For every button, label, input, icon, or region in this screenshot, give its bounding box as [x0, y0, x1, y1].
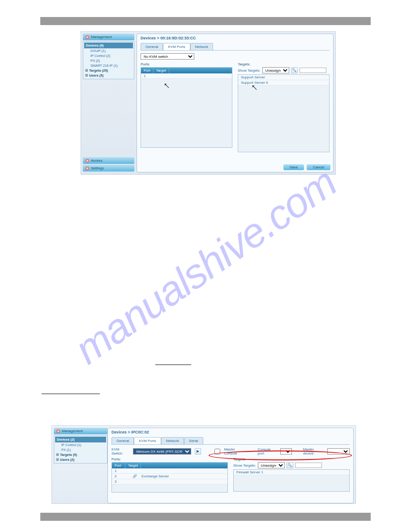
go-icon[interactable]: ▶ — [195, 448, 201, 455]
kvm-switch-label: KVM Switch: — [111, 447, 129, 455]
breadcrumb: Devices > IPC0C:02 — [111, 430, 350, 434]
tab-kvm-ports[interactable]: KVM Ports — [134, 437, 161, 444]
col-target: Target — [154, 68, 169, 73]
port-num: 1 — [144, 74, 146, 78]
tree-item[interactable]: DXUIP (1) — [84, 48, 133, 53]
tab-general[interactable]: General — [111, 437, 134, 444]
dot-icon — [86, 35, 89, 39]
target-row[interactable]: Firewall Server 1 — [234, 470, 349, 475]
tree-item[interactable]: PX (2) — [84, 58, 133, 63]
sidebar: Management Devices (2) IP Control (1) PX… — [54, 428, 107, 502]
ports-label: Ports: — [111, 457, 228, 461]
header-bar — [40, 17, 371, 25]
port-num: 2 — [115, 474, 128, 478]
footer-bar — [40, 513, 371, 521]
device-tree[interactable]: Devices (2) IP Control (1) PX (1) Target… — [54, 435, 107, 463]
tab-kvm-ports[interactable]: KVM Ports — [163, 43, 190, 50]
targets-list[interactable]: Firewall Server 1 — [233, 469, 350, 492]
port-row[interactable]: 3 — [112, 479, 227, 485]
port-row[interactable]: 1 — [141, 73, 232, 79]
highlight-ellipse — [209, 450, 352, 460]
cancel-button[interactable]: Cancel — [307, 164, 330, 170]
main-panel: Devices > IPC0C:02 General KVM Ports Net… — [107, 428, 354, 503]
screenshot-1: Management Devices (6) DXUIP (1) IP Cont… — [81, 31, 336, 175]
save-button[interactable]: Save — [283, 164, 304, 170]
tab-network[interactable]: Network — [161, 437, 184, 444]
sidebar-management[interactable]: Management — [54, 428, 107, 434]
col-target: Target — [125, 463, 141, 468]
tree-targets[interactable]: Targets (25) — [84, 68, 133, 73]
target-row[interactable]: Support Server — [238, 75, 329, 80]
tree-item[interactable]: PX (1) — [55, 447, 106, 452]
show-targets-label: Show Targets: — [238, 69, 261, 73]
target-search-input[interactable] — [295, 463, 322, 468]
tree-users[interactable]: Users (5) — [84, 73, 133, 78]
underline — [42, 394, 100, 394]
breadcrumb: Devices > 00:16:9D:02:33:CC — [141, 36, 330, 40]
targets-filter[interactable]: Unassigned — [262, 67, 289, 73]
port-num: 3 — [115, 480, 128, 484]
sidebar-label: Management — [62, 429, 83, 433]
kvm-switch-select[interactable]: No KVM switch — [141, 53, 194, 60]
sidebar: Management Devices (6) DXUIP (1) IP Cont… — [83, 34, 134, 172]
targets-label: Targets: — [238, 62, 330, 66]
sidebar-access[interactable]: Access — [83, 157, 134, 164]
sidebar-label: Settings — [91, 166, 104, 170]
sidebar-label: Access — [91, 159, 103, 163]
tree-devices[interactable]: Devices (2) — [55, 437, 106, 442]
watermark: manualshive.com — [66, 159, 345, 373]
dot-icon — [86, 167, 89, 170]
show-targets-label: Show Targets: — [233, 463, 256, 468]
port-target: Exchange Server — [141, 474, 169, 478]
ports-list[interactable]: PortTarget 1 2🔗Exchange Server 3 — [111, 462, 228, 493]
targets-filter[interactable]: Unassigned — [258, 462, 285, 468]
device-tree[interactable]: Devices (6) DXUIP (1) IP Control (2) PX … — [83, 41, 134, 79]
search-icon[interactable]: 🔍 — [291, 67, 298, 73]
port-num: 1 — [115, 469, 128, 473]
dot-icon — [86, 159, 89, 163]
tree-item[interactable]: IP Control (1) — [55, 442, 106, 447]
port-row[interactable]: 1 — [112, 468, 227, 474]
tab-general[interactable]: General — [141, 43, 163, 50]
ports-list[interactable]: PortTarget 1 — [141, 67, 232, 148]
col-port: Port — [141, 68, 154, 73]
tab-serial[interactable]: Serial — [184, 437, 203, 444]
target-search-input[interactable] — [300, 68, 326, 73]
main-panel: Devices > 00:16:9D:02:33:CC General KVM … — [137, 34, 334, 172]
tabs: General KVM Ports Network Serial — [111, 437, 350, 445]
tab-network[interactable]: Network — [190, 43, 213, 50]
tree-item[interactable]: IP Control (2) — [84, 53, 133, 58]
tree-item[interactable]: SMART 216 IP (1) — [84, 63, 133, 68]
sidebar-label: Management — [91, 35, 112, 39]
ports-label: Ports: — [141, 62, 232, 66]
kvm-switch-select[interactable]: Minicom DX 4x96 (PRT-SCR) — [133, 448, 191, 455]
dot-icon — [56, 429, 60, 433]
sidebar-settings[interactable]: Settings — [83, 165, 134, 172]
tree-devices[interactable]: Devices (6) — [84, 43, 133, 48]
underline — [155, 365, 191, 365]
search-icon[interactable]: 🔍 — [287, 462, 293, 468]
col-port: Port — [112, 463, 125, 468]
tree-targets[interactable]: Targets (5) — [55, 452, 106, 457]
tree-users[interactable]: Users (2) — [55, 457, 106, 462]
sidebar-management[interactable]: Management — [83, 34, 134, 40]
port-row[interactable]: 2🔗Exchange Server — [112, 474, 227, 479]
screenshot-2: Management Devices (2) IP Control (1) PX… — [51, 425, 356, 504]
link-icon: 🔗 — [133, 474, 137, 478]
tabs: General KVM Ports Network — [141, 43, 330, 51]
